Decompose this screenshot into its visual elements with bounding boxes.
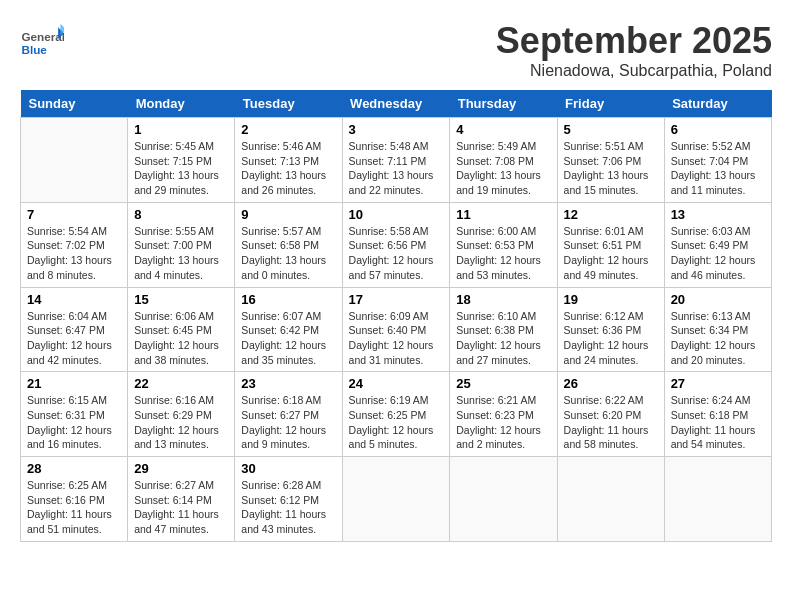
- calendar-cell: [664, 457, 771, 542]
- day-info: Sunrise: 6:24 AMSunset: 6:18 PMDaylight:…: [671, 393, 765, 452]
- location-subtitle: Nienadowa, Subcarpathia, Poland: [496, 62, 772, 80]
- day-number: 4: [456, 122, 550, 137]
- day-info: Sunrise: 6:28 AMSunset: 6:12 PMDaylight:…: [241, 478, 335, 537]
- day-header-monday: Monday: [128, 90, 235, 118]
- day-info: Sunrise: 5:51 AMSunset: 7:06 PMDaylight:…: [564, 139, 658, 198]
- day-info: Sunrise: 6:27 AMSunset: 6:14 PMDaylight:…: [134, 478, 228, 537]
- calendar-cell: 3Sunrise: 5:48 AMSunset: 7:11 PMDaylight…: [342, 118, 450, 203]
- calendar-header-row: SundayMondayTuesdayWednesdayThursdayFrid…: [21, 90, 772, 118]
- calendar-week-row: 14Sunrise: 6:04 AMSunset: 6:47 PMDayligh…: [21, 287, 772, 372]
- day-number: 29: [134, 461, 228, 476]
- calendar-cell: 27Sunrise: 6:24 AMSunset: 6:18 PMDayligh…: [664, 372, 771, 457]
- calendar-week-row: 7Sunrise: 5:54 AMSunset: 7:02 PMDaylight…: [21, 202, 772, 287]
- calendar-cell: 11Sunrise: 6:00 AMSunset: 6:53 PMDayligh…: [450, 202, 557, 287]
- day-info: Sunrise: 6:10 AMSunset: 6:38 PMDaylight:…: [456, 309, 550, 368]
- calendar-cell: 30Sunrise: 6:28 AMSunset: 6:12 PMDayligh…: [235, 457, 342, 542]
- day-info: Sunrise: 5:48 AMSunset: 7:11 PMDaylight:…: [349, 139, 444, 198]
- month-title: September 2025: [496, 20, 772, 62]
- calendar-cell: 24Sunrise: 6:19 AMSunset: 6:25 PMDayligh…: [342, 372, 450, 457]
- day-info: Sunrise: 6:16 AMSunset: 6:29 PMDaylight:…: [134, 393, 228, 452]
- day-number: 18: [456, 292, 550, 307]
- calendar-cell: 2Sunrise: 5:46 AMSunset: 7:13 PMDaylight…: [235, 118, 342, 203]
- day-header-wednesday: Wednesday: [342, 90, 450, 118]
- calendar-cell: 18Sunrise: 6:10 AMSunset: 6:38 PMDayligh…: [450, 287, 557, 372]
- calendar-cell: 17Sunrise: 6:09 AMSunset: 6:40 PMDayligh…: [342, 287, 450, 372]
- day-number: 11: [456, 207, 550, 222]
- calendar-cell: 9Sunrise: 5:57 AMSunset: 6:58 PMDaylight…: [235, 202, 342, 287]
- logo: General Blue: [20, 20, 64, 64]
- day-number: 9: [241, 207, 335, 222]
- calendar-cell: 4Sunrise: 5:49 AMSunset: 7:08 PMDaylight…: [450, 118, 557, 203]
- calendar-cell: 20Sunrise: 6:13 AMSunset: 6:34 PMDayligh…: [664, 287, 771, 372]
- day-header-saturday: Saturday: [664, 90, 771, 118]
- day-number: 20: [671, 292, 765, 307]
- day-number: 12: [564, 207, 658, 222]
- day-info: Sunrise: 6:21 AMSunset: 6:23 PMDaylight:…: [456, 393, 550, 452]
- day-number: 15: [134, 292, 228, 307]
- calendar-week-row: 1Sunrise: 5:45 AMSunset: 7:15 PMDaylight…: [21, 118, 772, 203]
- calendar-cell: 8Sunrise: 5:55 AMSunset: 7:00 PMDaylight…: [128, 202, 235, 287]
- day-number: 6: [671, 122, 765, 137]
- title-block: September 2025 Nienadowa, Subcarpathia, …: [496, 20, 772, 80]
- day-info: Sunrise: 5:46 AMSunset: 7:13 PMDaylight:…: [241, 139, 335, 198]
- day-info: Sunrise: 6:25 AMSunset: 6:16 PMDaylight:…: [27, 478, 121, 537]
- calendar-cell: 28Sunrise: 6:25 AMSunset: 6:16 PMDayligh…: [21, 457, 128, 542]
- calendar-cell: 29Sunrise: 6:27 AMSunset: 6:14 PMDayligh…: [128, 457, 235, 542]
- logo-icon: General Blue: [20, 20, 64, 64]
- day-info: Sunrise: 6:18 AMSunset: 6:27 PMDaylight:…: [241, 393, 335, 452]
- day-number: 27: [671, 376, 765, 391]
- day-header-friday: Friday: [557, 90, 664, 118]
- day-info: Sunrise: 5:58 AMSunset: 6:56 PMDaylight:…: [349, 224, 444, 283]
- calendar-cell: 21Sunrise: 6:15 AMSunset: 6:31 PMDayligh…: [21, 372, 128, 457]
- day-info: Sunrise: 5:54 AMSunset: 7:02 PMDaylight:…: [27, 224, 121, 283]
- calendar-cell: 13Sunrise: 6:03 AMSunset: 6:49 PMDayligh…: [664, 202, 771, 287]
- day-number: 26: [564, 376, 658, 391]
- day-number: 3: [349, 122, 444, 137]
- calendar-cell: [21, 118, 128, 203]
- day-number: 1: [134, 122, 228, 137]
- calendar-cell: 12Sunrise: 6:01 AMSunset: 6:51 PMDayligh…: [557, 202, 664, 287]
- page-header: General Blue September 2025 Nienadowa, S…: [20, 20, 772, 80]
- day-info: Sunrise: 6:07 AMSunset: 6:42 PMDaylight:…: [241, 309, 335, 368]
- day-number: 8: [134, 207, 228, 222]
- calendar-cell: 10Sunrise: 5:58 AMSunset: 6:56 PMDayligh…: [342, 202, 450, 287]
- day-number: 19: [564, 292, 658, 307]
- calendar-table: SundayMondayTuesdayWednesdayThursdayFrid…: [20, 90, 772, 542]
- day-number: 28: [27, 461, 121, 476]
- day-info: Sunrise: 6:19 AMSunset: 6:25 PMDaylight:…: [349, 393, 444, 452]
- day-number: 24: [349, 376, 444, 391]
- day-info: Sunrise: 5:45 AMSunset: 7:15 PMDaylight:…: [134, 139, 228, 198]
- calendar-cell: [557, 457, 664, 542]
- day-number: 5: [564, 122, 658, 137]
- day-number: 17: [349, 292, 444, 307]
- calendar-cell: 19Sunrise: 6:12 AMSunset: 6:36 PMDayligh…: [557, 287, 664, 372]
- day-number: 16: [241, 292, 335, 307]
- svg-text:General: General: [21, 30, 64, 43]
- day-header-sunday: Sunday: [21, 90, 128, 118]
- day-info: Sunrise: 6:01 AMSunset: 6:51 PMDaylight:…: [564, 224, 658, 283]
- day-info: Sunrise: 6:06 AMSunset: 6:45 PMDaylight:…: [134, 309, 228, 368]
- calendar-cell: 6Sunrise: 5:52 AMSunset: 7:04 PMDaylight…: [664, 118, 771, 203]
- calendar-week-row: 21Sunrise: 6:15 AMSunset: 6:31 PMDayligh…: [21, 372, 772, 457]
- day-number: 30: [241, 461, 335, 476]
- day-number: 25: [456, 376, 550, 391]
- calendar-cell: [450, 457, 557, 542]
- calendar-cell: 5Sunrise: 5:51 AMSunset: 7:06 PMDaylight…: [557, 118, 664, 203]
- svg-text:Blue: Blue: [21, 43, 47, 56]
- day-info: Sunrise: 6:15 AMSunset: 6:31 PMDaylight:…: [27, 393, 121, 452]
- day-number: 21: [27, 376, 121, 391]
- day-header-thursday: Thursday: [450, 90, 557, 118]
- day-header-tuesday: Tuesday: [235, 90, 342, 118]
- calendar-cell: 25Sunrise: 6:21 AMSunset: 6:23 PMDayligh…: [450, 372, 557, 457]
- calendar-cell: [342, 457, 450, 542]
- calendar-cell: 16Sunrise: 6:07 AMSunset: 6:42 PMDayligh…: [235, 287, 342, 372]
- day-number: 7: [27, 207, 121, 222]
- day-number: 23: [241, 376, 335, 391]
- day-info: Sunrise: 6:12 AMSunset: 6:36 PMDaylight:…: [564, 309, 658, 368]
- day-info: Sunrise: 6:13 AMSunset: 6:34 PMDaylight:…: [671, 309, 765, 368]
- day-info: Sunrise: 6:04 AMSunset: 6:47 PMDaylight:…: [27, 309, 121, 368]
- calendar-cell: 7Sunrise: 5:54 AMSunset: 7:02 PMDaylight…: [21, 202, 128, 287]
- day-info: Sunrise: 5:49 AMSunset: 7:08 PMDaylight:…: [456, 139, 550, 198]
- day-info: Sunrise: 5:52 AMSunset: 7:04 PMDaylight:…: [671, 139, 765, 198]
- day-info: Sunrise: 6:00 AMSunset: 6:53 PMDaylight:…: [456, 224, 550, 283]
